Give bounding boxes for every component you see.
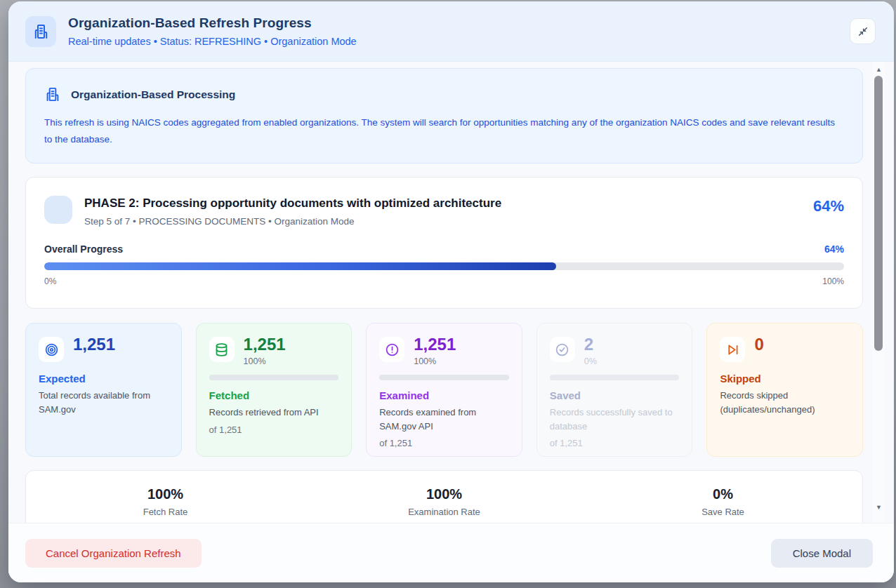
stat-of-total: of 1,251	[550, 438, 680, 448]
save-rate-label: Save Rate	[584, 507, 862, 517]
stat-description: Total records available from SAM.gov	[39, 389, 169, 416]
stat-percent: 100%	[414, 356, 456, 366]
database-icon	[209, 337, 235, 362]
progress-range-row: 0% 100%	[44, 276, 844, 286]
rates-card: 100% Fetch Rate 100% Examination Rate 0%…	[25, 470, 863, 523]
examination-rate-value: 100%	[305, 486, 584, 502]
stat-percent: 100%	[244, 356, 286, 366]
overall-progress-row: Overall Progress 64%	[44, 243, 844, 255]
save-rate: 0% Save Rate	[584, 486, 862, 523]
stats-grid: 1,251 Expected Total records available f…	[25, 323, 863, 457]
modal-body: Organization-Based Processing This refre…	[8, 62, 894, 523]
cancel-refresh-button[interactable]: Cancel Organization Refresh	[25, 539, 202, 568]
target-icon	[39, 337, 64, 362]
scrollbar-down-arrow[interactable]: ▼	[873, 502, 885, 513]
examination-rate-label: Examination Rate	[305, 507, 584, 517]
stat-label: Examined	[379, 389, 509, 401]
stat-progress-bar	[550, 375, 680, 380]
stat-value: 2	[584, 335, 597, 354]
banner-title: Organization-Based Processing	[71, 88, 235, 101]
stat-card-expected: 1,251 Expected Total records available f…	[25, 323, 182, 457]
header-text: Organization-Based Refresh Progress Real…	[68, 15, 850, 47]
scrollbar-up-arrow[interactable]: ▲	[873, 64, 885, 75]
building-icon	[44, 86, 60, 102]
collapse-modal-button[interactable]	[850, 18, 876, 44]
banner-description: This refresh is using NAICS codes aggreg…	[44, 114, 844, 147]
collapse-arrows-icon	[857, 26, 869, 37]
overall-progress-bar	[44, 262, 844, 270]
stat-value: 1,251	[244, 335, 286, 354]
building-icon	[25, 16, 56, 47]
overall-progress-percent: 64%	[824, 243, 844, 255]
stat-percent: 0%	[584, 356, 597, 366]
phase-progress-card: PHASE 2: Processing opportunity document…	[25, 177, 863, 309]
org-processing-banner: Organization-Based Processing This refre…	[25, 68, 863, 163]
range-min-label: 0%	[44, 276, 56, 286]
refresh-progress-modal: Organization-Based Refresh Progress Real…	[8, 1, 894, 582]
phase-status-dot	[44, 196, 72, 224]
fetch-rate-value: 100%	[26, 486, 305, 502]
stat-card-saved: 2 0% Saved Records successfully saved to…	[536, 323, 693, 457]
stat-card-fetched: 1,251 100% Fetched Records retrieved fro…	[196, 323, 353, 457]
scrollbar-thumb[interactable]	[874, 76, 883, 351]
stat-description: Records skipped (duplicates/unchanged)	[720, 389, 850, 416]
phase-title: PHASE 2: Processing opportunity document…	[84, 196, 813, 211]
banner-header: Organization-Based Processing	[44, 86, 844, 102]
phase-titles: PHASE 2: Processing opportunity document…	[84, 196, 813, 227]
fetch-rate-label: Fetch Rate	[26, 507, 305, 517]
stat-progress-bar	[379, 375, 509, 380]
modal-title: Organization-Based Refresh Progress	[68, 15, 850, 31]
screen-backdrop: Organization-Based Refresh Progress Real…	[0, 0, 896, 588]
skip-forward-icon	[720, 337, 745, 362]
stat-value: 0	[754, 335, 763, 354]
stat-description: Records examined from SAM.gov API	[379, 406, 509, 433]
stat-label: Saved	[550, 389, 680, 401]
alert-circle-icon	[379, 337, 404, 362]
save-rate-value: 0%	[584, 486, 862, 502]
modal-header: Organization-Based Refresh Progress Real…	[8, 1, 894, 62]
phase-header: PHASE 2: Processing opportunity document…	[44, 196, 844, 227]
check-circle-icon	[550, 337, 575, 362]
phase-percent: 64%	[813, 196, 844, 215]
stat-description: Records retrieved from API	[209, 406, 339, 420]
overall-progress-label: Overall Progress	[44, 243, 123, 255]
close-modal-button[interactable]: Close Modal	[771, 539, 873, 568]
stat-label: Skipped	[720, 373, 850, 385]
stat-value: 1,251	[73, 335, 115, 354]
stat-card-examined: 1,251 100% Examined Records examined fro…	[366, 323, 522, 457]
stat-of-total: of 1,251	[209, 425, 339, 435]
fetch-rate: 100% Fetch Rate	[26, 486, 305, 523]
modal-footer: Cancel Organization Refresh Close Modal	[8, 523, 894, 582]
stat-label: Expected	[39, 373, 169, 385]
examination-rate: 100% Examination Rate	[305, 486, 584, 523]
stat-progress-bar	[209, 375, 339, 380]
stat-value: 1,251	[414, 335, 456, 354]
stat-description: Records successfully saved to database	[550, 406, 680, 433]
stat-card-skipped: 0 Skipped Records skipped (duplicates/un…	[706, 323, 863, 457]
phase-subtitle: Step 5 of 7 • PROCESSING DOCUMENTS • Org…	[84, 216, 813, 227]
overall-progress-fill	[44, 262, 556, 270]
vertical-scrollbar[interactable]: ▲ ▼	[873, 62, 885, 523]
range-max-label: 100%	[822, 276, 844, 286]
stat-of-total: of 1,251	[379, 438, 509, 448]
modal-subtitle: Real-time updates • Status: REFRESHING •…	[68, 36, 850, 47]
stat-label: Fetched	[209, 389, 339, 401]
